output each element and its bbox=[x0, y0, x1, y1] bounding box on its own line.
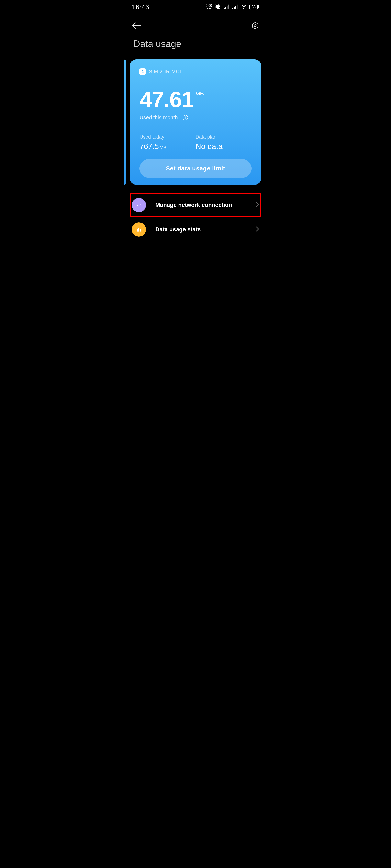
battery-level: 83 bbox=[252, 5, 256, 9]
bar-chart-icon bbox=[132, 222, 146, 237]
screen: 16:46 0.00 KB/s bbox=[123, 0, 268, 242]
header bbox=[123, 14, 268, 32]
svg-rect-4 bbox=[228, 5, 229, 9]
network-arrows-icon bbox=[132, 198, 146, 212]
sim-card: 2 SIM 2-IR-MCI 47.61 GB Used this month … bbox=[130, 59, 261, 185]
sim-name: SIM 2-IR-MCI bbox=[149, 69, 181, 74]
svg-rect-1 bbox=[224, 8, 225, 9]
svg-rect-5 bbox=[232, 8, 233, 9]
signal-icon-2 bbox=[232, 4, 238, 9]
chevron-right-icon bbox=[256, 202, 259, 208]
svg-rect-13 bbox=[137, 229, 138, 232]
svg-rect-7 bbox=[235, 6, 236, 9]
sim-label: 2 SIM 2-IR-MCI bbox=[139, 68, 252, 75]
manage-network-row[interactable]: Manage network connection bbox=[130, 193, 261, 217]
svg-rect-14 bbox=[138, 228, 139, 232]
used-today: Used today 767.5MB bbox=[139, 134, 196, 151]
svg-point-9 bbox=[243, 8, 244, 9]
data-plan: Data plan No data bbox=[196, 134, 252, 151]
svg-rect-6 bbox=[234, 7, 234, 9]
svg-marker-11 bbox=[252, 22, 258, 29]
sim-slot-badge: 2 bbox=[139, 68, 146, 75]
used-today-unit: MB bbox=[160, 145, 166, 150]
data-plan-label: Data plan bbox=[196, 134, 252, 140]
status-bar: 16:46 0.00 KB/s bbox=[123, 0, 268, 14]
month-usage-value: 47.61 bbox=[139, 88, 193, 111]
options-list: Manage network connection Data usage sta… bbox=[123, 193, 268, 242]
page-title: Data usage bbox=[123, 32, 268, 59]
sim-card-prev-peek[interactable] bbox=[123, 59, 126, 185]
used-this-month-label: Used this month | bbox=[139, 114, 180, 121]
used-this-month-row[interactable]: Used this month | i bbox=[139, 114, 252, 121]
back-button[interactable] bbox=[132, 22, 142, 31]
used-today-label: Used today bbox=[139, 134, 196, 140]
month-usage: 47.61 GB bbox=[139, 88, 252, 111]
wifi-icon bbox=[241, 4, 247, 9]
set-data-limit-button[interactable]: Set data usage limit bbox=[139, 159, 252, 178]
status-right: 0.00 KB/s bbox=[206, 4, 259, 10]
data-usage-stats-label: Data usage stats bbox=[156, 226, 246, 233]
svg-rect-8 bbox=[236, 5, 238, 9]
network-speed: 0.00 KB/s bbox=[206, 4, 212, 10]
svg-rect-3 bbox=[227, 6, 227, 9]
used-today-number: 767.5 bbox=[139, 142, 159, 151]
battery-indicator: 83 bbox=[249, 4, 259, 10]
chevron-right-icon bbox=[256, 226, 259, 233]
stats-row: Used today 767.5MB Data plan No data bbox=[139, 134, 252, 151]
svg-rect-2 bbox=[225, 7, 226, 9]
data-usage-stats-row[interactable]: Data usage stats bbox=[130, 217, 261, 242]
manage-network-label: Manage network connection bbox=[156, 202, 246, 208]
network-speed-value: 0.00 bbox=[206, 4, 212, 7]
network-speed-unit: KB/s bbox=[206, 7, 212, 10]
svg-rect-15 bbox=[140, 229, 141, 231]
sim-cards-carousel[interactable]: 2 SIM 2-IR-MCI 47.61 GB Used this month … bbox=[123, 59, 268, 185]
status-time: 16:46 bbox=[132, 3, 149, 11]
month-usage-unit: GB bbox=[196, 90, 204, 97]
settings-button[interactable] bbox=[251, 22, 259, 31]
info-icon[interactable]: i bbox=[183, 115, 188, 120]
used-today-value: 767.5MB bbox=[139, 142, 196, 151]
svg-point-12 bbox=[254, 25, 256, 27]
data-plan-value: No data bbox=[196, 142, 252, 151]
mute-icon bbox=[215, 4, 221, 10]
signal-icon-1 bbox=[224, 4, 229, 9]
